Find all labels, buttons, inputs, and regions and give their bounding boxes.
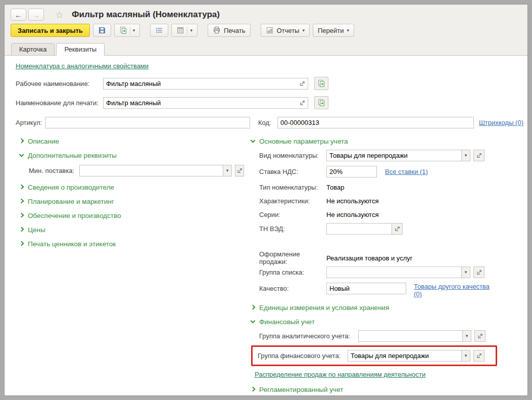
quality-value: Новый (329, 285, 403, 292)
forward-arrow-icon: → (32, 11, 40, 19)
chevron-right-icon (19, 241, 24, 246)
goto-button[interactable]: Перейти▾ (313, 24, 354, 37)
section-description[interactable]: Описание (16, 137, 244, 146)
vat-input[interactable]: 20% (326, 166, 377, 177)
tabstrip: Карточка Реквизиты (5, 41, 527, 56)
analytical-group-input[interactable] (358, 330, 463, 342)
financial-group-combo[interactable]: Товары для перепродажи ▾ (348, 350, 470, 362)
right-column: Основные параметры учета Вид номенклатур… (251, 137, 527, 395)
tab-details[interactable]: Реквизиты (56, 43, 105, 56)
page-title: Фильтр масляный (Номенклатура) (72, 10, 220, 20)
series-row: Серии: Не используются (251, 209, 527, 219)
section-label: Сведения о производителе (28, 184, 114, 191)
dropdown-button[interactable]: ▾ (223, 165, 232, 176)
back-button[interactable]: ← (11, 9, 26, 21)
chevron-right-icon (19, 227, 24, 232)
tnved-row: ТН ВЭД: (251, 223, 527, 235)
list-view-button[interactable] (150, 24, 168, 37)
kind-open-button[interactable] (473, 150, 485, 161)
copy-name-button[interactable] (314, 96, 328, 109)
open-icon (476, 353, 482, 359)
chevron-down-icon: ▾ (465, 270, 467, 275)
window-titlebar: ← → ☆ Фильтр масляный (Номенклатура) (5, 5, 527, 23)
dropdown-button[interactable]: ▾ (462, 150, 470, 161)
list-group-open-button[interactable] (473, 266, 485, 278)
chevron-right-icon (251, 305, 256, 310)
reports-button[interactable]: Отчеты▾ (261, 24, 310, 37)
section-price-tags[interactable]: Печать ценников и этикеток (16, 239, 244, 248)
section-manufacturer[interactable]: Сведения о производителе (16, 183, 244, 192)
analytical-group-combo[interactable]: ▾ (358, 330, 471, 342)
code-value: 00-00000313 (280, 119, 471, 126)
sales-distribution-link[interactable]: Распределение продаж по направлениям дея… (255, 371, 425, 378)
list-group-input[interactable] (326, 266, 462, 278)
tnved-open-button[interactable] (392, 223, 403, 235)
section-label: Финансовый учет (259, 318, 315, 326)
vat-value: 20% (329, 168, 374, 175)
dropdown-button[interactable]: ▾ (462, 266, 470, 278)
section-supply-production[interactable]: Обеспечение и производство (16, 211, 244, 220)
print-name-input[interactable]: Фильтр масляный (103, 97, 308, 109)
type-value: Товар (326, 184, 344, 191)
table-icon (176, 26, 184, 34)
copy-pages-icon (317, 99, 325, 107)
all-rates-link[interactable]: Все ставки (1) (385, 168, 428, 175)
printer-icon (213, 26, 221, 34)
min-supply-combo[interactable]: ▾ (79, 165, 232, 176)
article-input[interactable] (45, 117, 250, 128)
kind-input[interactable]: Товары для перепродажи (326, 150, 462, 161)
print-button[interactable]: Печать (208, 24, 251, 37)
dropdown-button[interactable]: ▾ (463, 330, 471, 342)
chevron-right-icon (19, 199, 24, 204)
open-icon[interactable] (300, 100, 305, 106)
save-button[interactable] (93, 24, 111, 37)
characteristics-row: Характеристики: Не используются (251, 196, 527, 206)
chevron-down-icon: ▾ (226, 168, 229, 173)
min-supply-open-button[interactable] (235, 165, 244, 176)
forward-button[interactable]: → (28, 9, 44, 21)
fill-names-button[interactable] (314, 77, 328, 90)
highlight-box: Группа финансового учета: Товары для пер… (251, 345, 497, 366)
chevron-right-icon (19, 185, 24, 190)
quality-row: Качество: Новый Товары другого качества … (251, 283, 527, 298)
financial-group-value: Товары для перепродажи (351, 352, 459, 360)
sale-registration-value: Реализация товаров и услуг (326, 254, 413, 262)
toolbar: Записать и закрыть ▾ ▾ Печать Отчеты▾ Пе… (5, 23, 527, 41)
favorite-star-icon[interactable]: ☆ (55, 10, 64, 20)
section-label: Регламентированный учет (259, 386, 343, 393)
barcodes-link[interactable]: Штрихкоды (0) (479, 119, 523, 126)
financial-group-open-button[interactable] (473, 350, 485, 362)
app-window: ← → ☆ Фильтр масляный (Номенклатура) Зап… (4, 4, 528, 396)
other-quality-link[interactable]: Товары другого качества (0) (414, 283, 496, 298)
open-icon (476, 270, 482, 275)
table-actions-button[interactable]: ▾ (171, 24, 198, 37)
section-additional-details[interactable]: Дополнительные реквизиты (16, 151, 244, 160)
open-icon[interactable] (300, 81, 305, 86)
section-label: Основные параметры учета (259, 138, 348, 145)
analytical-group-row: Группа аналитического учета: ▾ (251, 330, 527, 342)
dropdown-button[interactable]: ▾ (462, 350, 470, 362)
tnved-input[interactable] (326, 223, 392, 235)
section-label: Единицы измерения и условия хранения (259, 304, 389, 312)
similar-items-link[interactable]: Номенклатура с аналогичными свойствами (16, 62, 149, 70)
section-main-accounting[interactable]: Основные параметры учета (251, 137, 527, 146)
create-based-on-button[interactable]: ▾ (114, 24, 140, 37)
quality-input[interactable]: Новый (326, 283, 406, 294)
tab-card[interactable]: Карточка (11, 43, 55, 56)
kind-combo[interactable]: Товары для перепродажи ▾ (326, 150, 470, 161)
financial-group-input[interactable]: Товары для перепродажи (348, 350, 462, 362)
section-planning-marketing[interactable]: Планирование и маркетинг (16, 197, 244, 206)
section-regulated-accounting[interactable]: Регламентированный учет (251, 385, 527, 394)
analytical-group-open-button[interactable] (474, 330, 486, 342)
copy-pages-icon (119, 26, 127, 34)
working-name-input[interactable]: Фильтр масляный (103, 78, 308, 90)
list-group-combo[interactable]: ▾ (326, 266, 470, 278)
code-input[interactable]: 00-00000313 (277, 117, 474, 128)
analytical-group-label: Группа аналитического учета: (259, 332, 358, 340)
working-name-row: Рабочее наименование: Фильтр масляный (16, 77, 527, 90)
section-financial-accounting[interactable]: Финансовый учет (251, 317, 527, 326)
section-units-storage[interactable]: Единицы измерения и условия хранения (251, 303, 527, 312)
section-prices[interactable]: Цены (16, 225, 244, 234)
save-and-close-button[interactable]: Записать и закрыть (11, 24, 90, 37)
min-supply-input[interactable] (79, 165, 223, 176)
